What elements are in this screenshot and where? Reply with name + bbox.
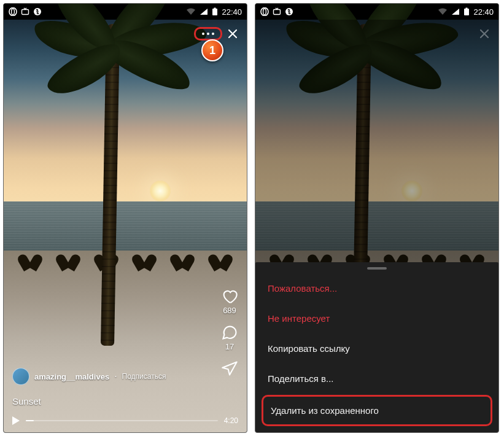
callout-marker-1: 1 [201, 39, 223, 61]
svg-point-3 [34, 8, 41, 15]
status-time: 22:40 [222, 7, 242, 17]
close-icon [227, 28, 238, 39]
svg-point-1 [12, 9, 15, 15]
svg-rect-2 [22, 10, 29, 15]
comment-icon [221, 324, 238, 341]
close-button[interactable] [475, 25, 494, 43]
svg-rect-10 [464, 9, 469, 15]
heart-icon [221, 287, 238, 305]
more-options-button[interactable] [194, 27, 222, 41]
share-icon [221, 360, 238, 377]
wifi-icon [438, 8, 448, 15]
username[interactable]: amazing__maldives [34, 372, 109, 381]
share-button[interactable] [221, 360, 238, 377]
menu-share-to[interactable]: Поделиться в... [255, 364, 498, 394]
video-caption: Sunset [12, 396, 204, 407]
menu-report[interactable]: Пожаловаться... [255, 273, 498, 303]
play-button[interactable] [12, 416, 20, 425]
options-bottom-sheet: Пожаловаться... Не интересует Копировать… [255, 262, 498, 432]
status-time: 22:40 [473, 7, 494, 17]
comment-count: 17 [225, 342, 234, 351]
tv-icon [273, 7, 281, 16]
video-viewer-dimmed: Пожаловаться... Не интересует Копировать… [255, 20, 498, 432]
menu-copy-link[interactable]: Копировать ссылку [255, 333, 498, 364]
signal-icon [200, 8, 208, 15]
status-bar: 22:40 [4, 4, 247, 20]
opera-icon [9, 7, 17, 16]
sheet-handle[interactable] [367, 267, 387, 270]
svg-rect-5 [214, 8, 216, 9]
phone-screen-left: 22:40 689 17 [3, 3, 247, 433]
comment-button[interactable]: 17 [221, 324, 238, 351]
phone-screen-right: 22:40 Пожаловаться... Не интересует Копи… [255, 3, 499, 433]
battery-icon [463, 7, 470, 16]
shazam-icon [285, 7, 293, 16]
wifi-icon [186, 8, 196, 15]
close-icon [479, 28, 490, 39]
video-viewer[interactable]: 689 17 amazing__maldives · Подписаться S… [4, 20, 247, 432]
svg-rect-8 [274, 10, 281, 15]
menu-remove-from-saved[interactable]: Удалить из сохраненного [262, 395, 492, 426]
signal-icon [451, 8, 460, 15]
menu-not-interested[interactable]: Не интересует [255, 303, 498, 333]
tv-icon [21, 7, 29, 16]
svg-rect-4 [212, 9, 217, 15]
battery-icon [212, 7, 218, 16]
svg-rect-11 [466, 8, 468, 9]
video-duration: 4:20 [224, 416, 238, 425]
avatar[interactable] [12, 368, 29, 385]
opera-icon [260, 7, 269, 16]
svg-point-7 [263, 9, 266, 15]
shazam-icon [33, 7, 42, 16]
close-button[interactable] [223, 25, 242, 43]
progress-track[interactable] [26, 420, 218, 421]
status-bar: 22:40 [255, 4, 498, 20]
like-count: 689 [223, 306, 236, 315]
svg-point-9 [285, 8, 293, 15]
like-button[interactable]: 689 [221, 287, 238, 315]
subscribe-button[interactable]: Подписаться [122, 372, 166, 381]
